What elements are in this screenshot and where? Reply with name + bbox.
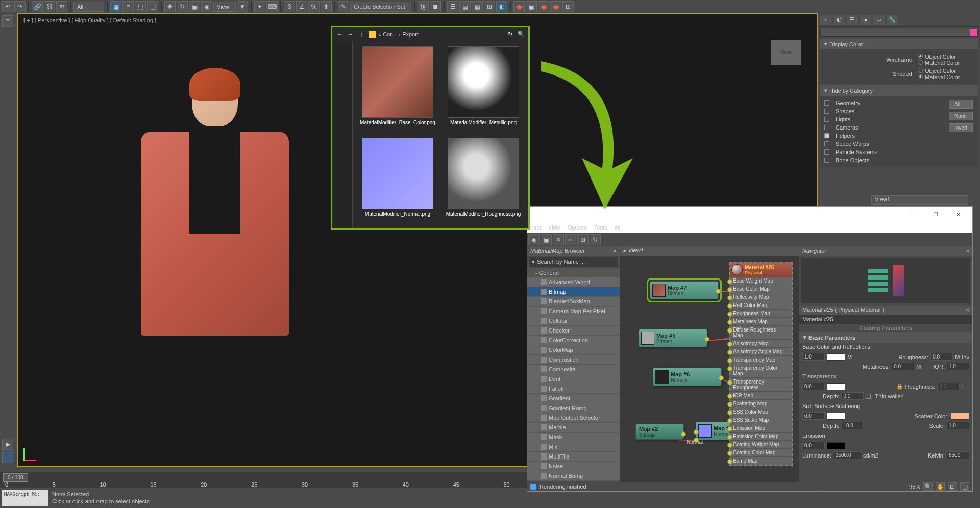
display-color-header[interactable]: ▾ Display Color [820,39,978,49]
redo-button[interactable]: ↷ [14,1,26,12]
roughness-spinner[interactable]: 0.0 [930,353,953,361]
sme-delete-button[interactable]: ✕ [553,234,564,245]
render-frame-button[interactable]: ▣ [526,1,537,12]
hide-cat-geometry[interactable]: Geometry [824,99,948,107]
mat-slot-metalness-map[interactable]: Metalness Map [730,318,792,326]
sme-layout-button[interactable]: ⊞ [577,234,589,245]
place-button[interactable]: ◉ [201,1,212,12]
sme-view-dropdown[interactable]: View1 [871,195,968,205]
mat-slot-refl-color-map[interactable]: Refl Color Map [730,301,792,310]
display-tab[interactable]: ▭ [873,15,885,25]
kelvin-spinner[interactable]: 6500 [947,451,969,459]
viewcube[interactable]: Front [771,40,801,65]
schematic-button[interactable]: ⊞ [484,1,495,12]
trans-rough-spinner[interactable]: 0.0 [937,383,960,390]
bind-button[interactable]: ≋ [56,1,67,12]
luminance-spinner[interactable]: 1500.0 [834,451,861,459]
zoom-region-button[interactable]: ◫ [960,482,969,491]
mat-slot-transparency-color-map[interactable]: Transparency Color Map [730,364,792,378]
browser-item-mask[interactable]: Mask [527,433,620,442]
file-item-metallic[interactable]: MaterialModifier_Metallic.png [444,46,523,132]
render-button[interactable]: 🫖 [538,1,549,12]
select-by-name-button[interactable]: ≡ [122,1,134,12]
hide-invert-button[interactable]: Invert [949,123,973,132]
mat-slot-bump-map[interactable]: Bump Map [730,457,792,465]
file-browser-sidebar[interactable] [332,41,353,228]
wireframe-object-radio[interactable]: Object Color [918,54,974,60]
browser-item-combustion[interactable]: Combustion [527,355,620,365]
node-map5[interactable]: Map #5Bitmap [639,329,707,347]
material-editor-button[interactable]: ◐ [496,1,507,12]
sss-color-swatch[interactable] [827,413,845,420]
sme-move-button[interactable]: ↔ [565,234,576,245]
browser-close-icon[interactable]: × [614,248,617,254]
browser-item-advanced-wood[interactable]: Advanced Wood [527,277,620,287]
shaded-object-radio[interactable]: Object Color [918,68,974,74]
hierarchy-tab[interactable]: ☰ [847,15,858,25]
browser-item-noise[interactable]: Noise [527,462,620,471]
mat-slot-reflectivity-map[interactable]: Reflectivity Map [730,293,792,301]
zoom-in-button[interactable]: 🔍 [923,482,933,491]
mat-slot-transparency-map[interactable]: Transparency Map [730,356,792,364]
toggle-ribbon-button[interactable]: ▤ [459,1,471,12]
param-close-icon[interactable]: × [966,307,969,313]
vp-play-button[interactable]: ▶ [2,439,13,450]
mat-slot-diffuse-roughness-map[interactable]: Diffuse Roughness Map [730,326,792,340]
browser-item-camera-map-per-pixel[interactable]: Camera Map Per Pixel [527,307,620,316]
angle-snap-button[interactable]: ∠ [296,1,307,12]
mat-slot-emission-map[interactable]: Emission Map [730,424,792,433]
hide-cat-space-warps[interactable]: Space Warps [824,140,948,148]
sme-update-button[interactable]: ↻ [590,234,601,245]
browser-item-gradient-ramp[interactable]: Gradient Ramp [527,403,620,413]
browser-search-input[interactable]: ▾Search by Name ... [528,257,619,267]
named-selset-dropdown[interactable]: Create Selection Set [350,2,411,12]
metalness-spinner[interactable]: 0.0 [892,363,914,370]
center-button[interactable]: ▼ [237,1,248,12]
mat-slot-base-color-map[interactable]: Base Color Map [730,285,792,293]
material-name-input[interactable] [802,316,969,322]
hide-none-button[interactable]: None [949,112,973,120]
mat-slot-ior-map[interactable]: IOR Map [730,392,792,400]
percent-snap-button[interactable]: % [308,1,320,12]
trans-color-swatch[interactable] [827,383,845,390]
navigator-close-icon[interactable]: × [966,248,969,254]
undo-button[interactable]: ↶ [2,1,13,12]
browser-item-bitmap[interactable]: Bitmap [527,287,620,297]
node-map7[interactable]: Map #7Bitmap [650,281,719,299]
selection-filter-dropdown[interactable]: All [74,2,104,12]
sss-depth-spinner[interactable]: 10.0 [841,422,864,429]
curve-editor-button[interactable]: ▦ [472,1,483,12]
mat-slot-roughness-map[interactable]: Roughness Map [730,310,792,318]
mat-slot-coating-color-map[interactable]: Coating Color Map [730,449,792,457]
worldspace-toggle[interactable]: ≡ [2,15,13,27]
move-button[interactable]: ✥ [164,1,176,12]
shaded-material-radio[interactable]: Material Color [918,74,974,80]
thin-walled-checkbox[interactable] [866,394,871,399]
mat-slot-sss-color-map[interactable]: SSS Color Map [730,408,792,416]
mat-slot-sss-scale-map[interactable]: SSS Scale Map [730,416,792,424]
node-material-25[interactable]: Material #25Physical... Base Weight MapB… [729,262,793,466]
mat-slot-base-weight-map[interactable]: Base Weight Map [730,277,792,285]
browser-item-normal-bump[interactable]: Normal Bump [527,471,620,481]
mat-slot-anisotropy-angle-map[interactable]: Anisotropy Angle Map [730,348,792,356]
navigator-preview[interactable] [801,258,970,303]
browser-category[interactable]: - General [527,268,620,277]
nav-forward-button[interactable]: → [347,30,355,38]
file-item-roughness[interactable]: MaterialModifier_Roughness.png [444,138,523,223]
browser-item-colorcorrection[interactable]: ColorCorrection [527,336,620,345]
hide-cat-shapes[interactable]: Shapes [824,107,948,115]
create-tab[interactable]: + [820,15,831,25]
browser-item-composite[interactable]: Composite [527,365,620,374]
base-color-swatch[interactable] [827,353,845,361]
browser-item-blendedboxmap[interactable]: BlendedBoxMap [527,297,620,307]
rotate-button[interactable]: ↻ [177,1,188,12]
ref-coord-dropdown[interactable]: View [213,2,236,12]
browser-item-marble[interactable]: Marble [527,423,620,433]
mat-slot-scattering-map[interactable]: Scattering Map [730,400,792,408]
emission-color-swatch[interactable] [827,442,845,449]
maximize-button[interactable]: ☐ [925,208,946,220]
render-setup-button[interactable]: 🫖 [513,1,525,12]
browser-item-gradient[interactable]: Gradient [527,394,620,403]
hide-cat-helpers[interactable]: Helpers [824,132,948,140]
vp-shade-button[interactable] [2,451,14,463]
